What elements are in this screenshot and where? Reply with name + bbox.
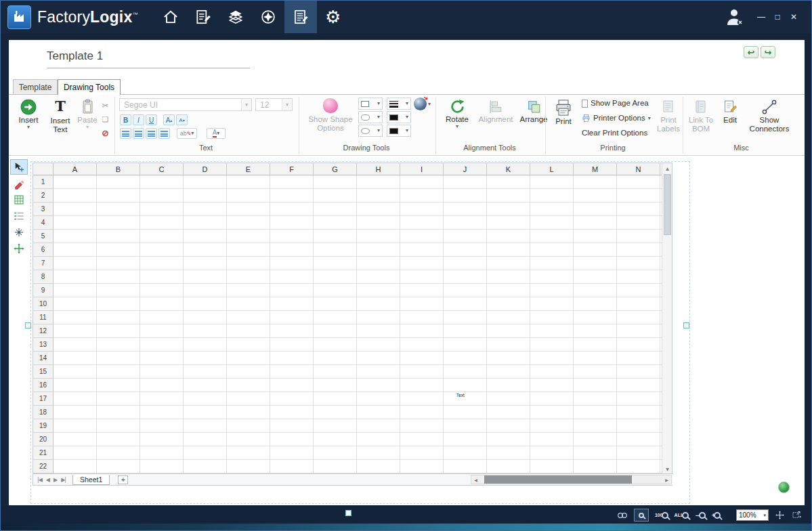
grid-cell[interactable]	[574, 419, 617, 433]
grid-cell[interactable]	[357, 203, 400, 216]
grid-cell[interactable]	[574, 379, 617, 392]
zoom-fit-all-button[interactable]: ALL	[675, 512, 689, 519]
grid-cell[interactable]	[357, 460, 400, 473]
grid-cell[interactable]	[184, 230, 227, 243]
grid-cell[interactable]	[487, 338, 530, 352]
column-header[interactable]: F	[270, 163, 314, 175]
edit-button[interactable]: Edit	[719, 98, 742, 125]
grid-cell[interactable]	[444, 270, 487, 284]
pen-tool-button[interactable]	[10, 175, 28, 191]
grid-cell[interactable]	[270, 324, 314, 338]
grid-cell[interactable]	[357, 419, 400, 433]
grid-cell[interactable]	[270, 270, 314, 284]
nav-form-editor-button[interactable]	[187, 1, 219, 33]
grid-cell[interactable]	[487, 392, 530, 406]
grid-cell[interactable]	[617, 406, 660, 419]
insert-button[interactable]: Insert ▾	[14, 98, 43, 130]
grid-cell[interactable]	[400, 352, 444, 365]
grid-cell[interactable]	[574, 460, 617, 473]
grid-cell[interactable]	[54, 203, 97, 216]
grid-cell[interactable]	[227, 243, 270, 257]
grid-cell[interactable]	[530, 338, 574, 352]
grid-cell[interactable]	[270, 419, 314, 433]
grid-cell[interactable]	[54, 460, 97, 473]
grid-cell[interactable]	[227, 392, 270, 406]
grid-cell[interactable]	[530, 297, 574, 311]
grid-cell[interactable]	[140, 243, 184, 257]
nav-template-editor-button[interactable]	[284, 1, 317, 33]
canvas-text-object[interactable]: Text	[456, 393, 465, 398]
grid-cell[interactable]	[357, 338, 400, 352]
grid-cell[interactable]	[444, 338, 487, 352]
align-center-button[interactable]	[133, 128, 144, 139]
grid-cell[interactable]	[444, 433, 487, 446]
grid-cell[interactable]	[184, 243, 227, 257]
column-header[interactable]: J	[444, 163, 487, 175]
underline-button[interactable]: U	[146, 114, 157, 125]
grid-cell[interactable]	[314, 379, 357, 392]
sheet-first-button[interactable]: |◀	[37, 477, 42, 483]
grid-cell[interactable]	[270, 352, 314, 365]
row-header[interactable]: 13	[33, 338, 54, 352]
grid-cell[interactable]	[400, 406, 444, 419]
grid-cell[interactable]	[574, 216, 617, 230]
row-header[interactable]: 11	[33, 311, 54, 324]
grid-cell[interactable]	[357, 352, 400, 365]
bold-button[interactable]: B	[120, 114, 131, 125]
line-color-combo[interactable]: ▾	[387, 111, 411, 123]
template-name-field[interactable]: Template 1	[47, 49, 103, 63]
shape-rounded-combo[interactable]: ▾	[358, 111, 383, 123]
grid-cell[interactable]	[270, 297, 314, 311]
row-header[interactable]: 1	[33, 175, 54, 189]
grid-cell[interactable]	[184, 365, 227, 379]
grid-cell[interactable]	[54, 379, 97, 392]
grid-cell[interactable]	[184, 284, 227, 297]
grid-cell[interactable]	[314, 352, 357, 365]
grid-cell[interactable]	[574, 406, 617, 419]
sheet-next-button[interactable]: ▶	[54, 477, 57, 483]
grid-cell[interactable]	[54, 433, 97, 446]
grid-cell[interactable]	[140, 419, 184, 433]
grid-cell[interactable]	[400, 203, 444, 216]
grid-cell[interactable]	[487, 216, 530, 230]
grid-cell[interactable]	[184, 406, 227, 419]
grid-cell[interactable]	[270, 311, 314, 324]
grid-cell[interactable]	[140, 311, 184, 324]
grid-cell[interactable]	[184, 175, 227, 189]
grid-cell[interactable]	[400, 284, 444, 297]
grid-cell[interactable]	[444, 297, 487, 311]
grid-cell[interactable]	[97, 270, 140, 284]
column-header[interactable]: A	[54, 163, 97, 175]
row-header[interactable]: 16	[33, 379, 54, 392]
zoom-100-button[interactable]: 100	[655, 512, 668, 519]
grid-cell[interactable]	[227, 189, 270, 203]
grid-cell[interactable]	[97, 257, 140, 270]
grid-cell[interactable]	[140, 379, 184, 392]
grid-cell[interactable]	[140, 189, 184, 203]
column-header[interactable]: E	[227, 163, 270, 175]
pan-tool-button[interactable]	[10, 240, 28, 256]
grow-font-button[interactable]: A▴	[163, 114, 175, 125]
grid-cell[interactable]	[184, 203, 227, 216]
grid-cell[interactable]	[270, 446, 314, 460]
grid-cell[interactable]	[574, 270, 617, 284]
column-header[interactable]: H	[357, 163, 400, 175]
grid-cell[interactable]	[400, 365, 444, 379]
link-zoom-button[interactable]	[617, 511, 628, 519]
grid-cell[interactable]	[487, 352, 530, 365]
grid-cell[interactable]	[184, 257, 227, 270]
zoom-in-button[interactable]: +	[712, 512, 721, 519]
row-header[interactable]: 10	[33, 297, 54, 311]
grid-cell[interactable]	[270, 216, 314, 230]
grid-cell[interactable]	[574, 230, 617, 243]
horizontal-scroll-thumb[interactable]	[484, 475, 632, 484]
grid-cell[interactable]	[314, 216, 357, 230]
cut-button[interactable]: ✂	[100, 100, 111, 111]
grid-cell[interactable]	[140, 446, 184, 460]
column-header[interactable]: B	[97, 163, 140, 175]
grid-cell[interactable]	[184, 379, 227, 392]
grid-cell[interactable]	[54, 270, 97, 284]
grid-cell[interactable]	[227, 446, 270, 460]
close-button[interactable]: ✕	[786, 9, 802, 25]
grid-cell[interactable]	[314, 460, 357, 473]
